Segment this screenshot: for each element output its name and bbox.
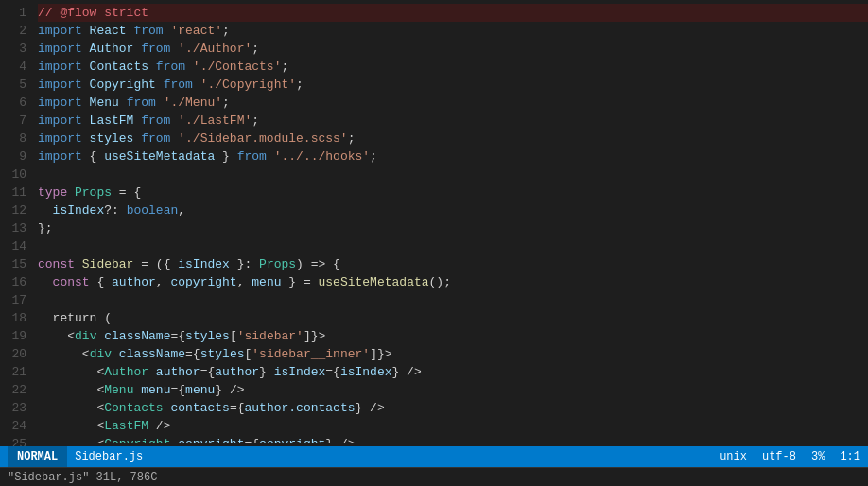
status-position: 1:1 xyxy=(840,450,860,463)
code-line: import Author from './Author'; xyxy=(38,40,868,58)
info-bar: "Sidebar.js" 31L, 786C xyxy=(0,467,868,486)
code-line: // @flow strict xyxy=(38,4,868,22)
code-line: return ( xyxy=(38,309,868,327)
code-line xyxy=(38,237,868,255)
status-filename: Sidebar.js xyxy=(75,450,143,463)
code-line xyxy=(38,291,868,309)
code-line: import Copyright from './Copyright'; xyxy=(38,76,868,94)
status-format: utf-8 xyxy=(762,450,796,463)
code-line: <Copyright copyright={copyright} /> xyxy=(38,435,868,443)
code-line: const Sidebar = ({ isIndex }: Props) => … xyxy=(38,255,868,273)
code-line: const { author, copyright, menu } = useS… xyxy=(38,273,868,291)
status-encoding: unix xyxy=(720,450,747,463)
code-line: import Contacts from './Contacts'; xyxy=(38,58,868,76)
status-bar: NORMAL Sidebar.js unix utf-8 3% 1:1 xyxy=(0,446,868,467)
code-line: isIndex?: boolean, xyxy=(38,201,868,219)
code-line: }; xyxy=(38,219,868,237)
code-line: import LastFM from './LastFM'; xyxy=(38,112,868,130)
code-area: 1234567891011121314151617181920212223242… xyxy=(0,0,868,446)
code-line: <Author author={author} isIndex={isIndex… xyxy=(38,363,868,381)
code-content[interactable]: // @flow strictimport React from 'react'… xyxy=(34,4,868,443)
status-right: unix utf-8 3% 1:1 xyxy=(720,450,860,463)
editor: 1234567891011121314151617181920212223242… xyxy=(0,0,868,486)
code-line: type Props = { xyxy=(38,183,868,201)
code-line xyxy=(38,165,868,183)
code-line: import React from 'react'; xyxy=(38,22,868,40)
code-line: <div className={styles['sidebar']}> xyxy=(38,327,868,345)
code-line: <Contacts contacts={author.contacts} /> xyxy=(38,399,868,417)
code-line: import { useSiteMetadata } from '../../h… xyxy=(38,148,868,165)
code-line: <Menu menu={menu} /> xyxy=(38,381,868,399)
code-line: <LastFM /> xyxy=(38,417,868,435)
code-line: <div className={styles['sidebar__inner']… xyxy=(38,345,868,363)
line-numbers: 1234567891011121314151617181920212223242… xyxy=(0,4,34,443)
code-line: import Menu from './Menu'; xyxy=(38,94,868,112)
status-percentage: 3% xyxy=(811,450,825,463)
code-line: import styles from './Sidebar.module.scs… xyxy=(38,130,868,148)
status-mode: NORMAL xyxy=(8,446,67,467)
